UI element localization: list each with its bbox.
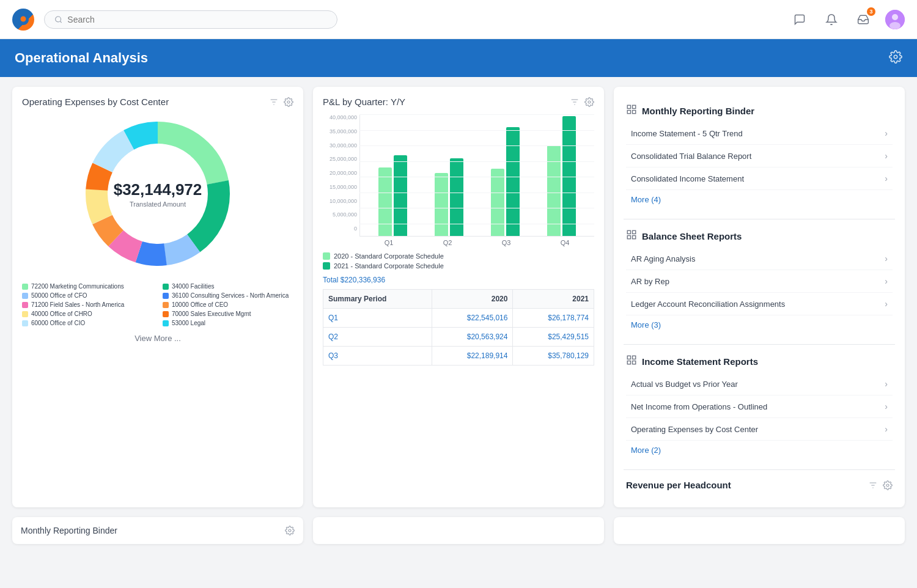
nav-icon-group: 3: [790, 10, 905, 29]
legend-item-3: 50000 Office of CFO: [22, 292, 153, 299]
legend-label-5: 71200 Field Sales - North America: [31, 301, 124, 308]
legend-label-8: 70000 Sales Executive Mgmt: [172, 311, 251, 317]
bar-group-q4: [547, 116, 576, 236]
svg-rect-33: [627, 356, 630, 359]
report-item-actual-budget[interactable]: Actual vs Budget vs Prior Year ›: [626, 373, 893, 395]
bar-q2-2021: [450, 158, 463, 236]
report-item-ledger[interactable]: Ledger Account Reconciliation Assignment…: [626, 293, 893, 315]
legend-color-1: [22, 284, 28, 290]
legend-label-3: 50000 Office of CFO: [31, 292, 87, 299]
bottom-monthly-card: Monthly Reporting Binder: [12, 517, 303, 544]
bar-card-actions[interactable]: [570, 97, 594, 107]
donut-card-actions[interactable]: [269, 97, 293, 107]
bottom-row: Monthly Reporting Binder: [0, 517, 917, 554]
report-item-text-ledger: Ledger Account Reconciliation Assignment…: [631, 300, 785, 309]
report-item-income-trend[interactable]: Income Statement - 5 Qtr Trend ›: [626, 122, 893, 145]
svg-rect-27: [633, 111, 636, 114]
legend-label-10: 53000 Legal: [172, 320, 205, 326]
legend-color-7: [22, 311, 28, 317]
bar-group-q1: [378, 155, 407, 236]
svg-rect-36: [627, 361, 630, 364]
bar-q3-2020: [491, 169, 504, 236]
bar-q3-2021: [506, 127, 520, 236]
inbox-icon-button[interactable]: 3: [853, 10, 873, 29]
report-item-text-ar-aging: AR Aging Analysis: [631, 254, 696, 263]
legend-color-4: [163, 293, 169, 299]
legend-label-1: 72200 Marketing Communications: [31, 283, 124, 290]
legend-2021-color: [323, 262, 330, 270]
svg-rect-35: [633, 361, 636, 364]
report-item-text-op-expenses: Operating Expenses by Cost Center: [631, 425, 758, 434]
table-cell-period-q1: Q1: [323, 309, 432, 328]
balance-sheet-more-link[interactable]: More (3): [626, 315, 893, 334]
monthly-section-header: Monthly Reporting Binder: [626, 104, 893, 117]
donut-legend: 72200 Marketing Communications 34000 Fac…: [22, 283, 293, 326]
revenue-headcount-actions[interactable]: [868, 480, 893, 490]
chevron-icon-6: ›: [885, 299, 888, 309]
report-item-text-trial-balance: Consolidated Trial Balance Report: [631, 152, 751, 161]
legend-color-9: [22, 320, 28, 326]
svg-point-41: [289, 529, 291, 532]
income-statement-section: Income Statement Reports Actual vs Budge…: [624, 347, 895, 467]
report-item-ar-rep[interactable]: AR by Rep ›: [626, 270, 893, 293]
table-header-2021: 2021: [513, 290, 594, 309]
bar-q1-2021: [394, 155, 407, 236]
legend-label-9: 60000 Office of CIO: [31, 320, 85, 326]
legend-color-8: [163, 311, 169, 317]
filter-icon: [269, 97, 279, 107]
monthly-section-title: Monthly Reporting Binder: [642, 106, 754, 116]
bar-q1-2020: [378, 167, 392, 236]
table-row: Q1 $22,545,016 $26,178,774: [323, 309, 594, 328]
report-item-trial-balance[interactable]: Consolidated Trial Balance Report ›: [626, 145, 893, 167]
view-more-button[interactable]: View More ...: [22, 334, 293, 343]
chat-icon-button[interactable]: [790, 10, 809, 29]
report-item-op-expenses[interactable]: Operating Expenses by Cost Center ›: [626, 418, 893, 441]
chevron-icon-7: ›: [885, 379, 888, 389]
svg-rect-28: [627, 111, 630, 114]
chevron-icon-3: ›: [885, 174, 888, 183]
summary-table: Summary Period 2020 2021 Q1 $22,545,016 …: [323, 289, 594, 366]
gear-icon-bottom[interactable]: [285, 526, 295, 535]
legend-item-9: 60000 Office of CIO: [22, 320, 153, 326]
x-axis: Q1Q2Q3Q4: [359, 239, 594, 246]
filter-icon-rh: [868, 480, 878, 490]
legend-item-2: 34000 Facilities: [163, 283, 293, 290]
report-item-net-income[interactable]: Net Income from Operations - Outlined ›: [626, 395, 893, 418]
bottom-middle-card: [313, 517, 604, 544]
total-value: $220,336,936: [341, 276, 385, 284]
income-statement-more-link[interactable]: More (2): [626, 441, 893, 460]
legend-2021-label: 2021 - Standard Corporate Schedule: [334, 262, 444, 270]
legend-color-5: [22, 302, 28, 308]
report-item-income-statement[interactable]: Consolidated Income Statement ›: [626, 167, 893, 190]
search-bar[interactable]: [44, 10, 337, 29]
filter-icon-bar: [570, 97, 580, 107]
svg-line-1: [60, 21, 61, 22]
table-header-period: Summary Period: [323, 290, 432, 309]
chart-legend: 2020 - Standard Corporate Schedule 2021 …: [323, 252, 594, 270]
svg-point-40: [886, 484, 889, 487]
balance-sheet-header: Balance Sheet Reports: [626, 229, 893, 243]
svg-rect-25: [627, 105, 630, 108]
svg-rect-30: [633, 230, 636, 233]
report-item-ar-aging[interactable]: AR Aging Analysis ›: [626, 248, 893, 270]
balance-sheet-title: Balance Sheet Reports: [642, 231, 742, 241]
chevron-icon-4: ›: [885, 254, 888, 263]
monthly-section-icon: [626, 104, 637, 117]
user-avatar[interactable]: [885, 10, 905, 29]
monthly-more-link[interactable]: More (4): [626, 190, 893, 209]
svg-rect-31: [633, 236, 636, 239]
chevron-icon-5: ›: [885, 276, 888, 286]
legend-item-8: 70000 Sales Executive Mgmt: [163, 311, 293, 317]
chevron-icon-1: ›: [885, 128, 888, 138]
donut-sublabel: Translated Amount: [114, 200, 202, 208]
donut-card-title: Operating Expenses by Cost Center: [22, 97, 169, 107]
header-settings-button[interactable]: [889, 50, 902, 66]
balance-sheet-section: Balance Sheet Reports AR Aging Analysis …: [624, 222, 895, 342]
donut-amount: $32,144,972: [114, 180, 202, 199]
chart-total: Total $220,336,936: [323, 276, 594, 284]
search-input[interactable]: [67, 15, 327, 24]
legend-item-7: 40000 Office of CHRO: [22, 311, 153, 317]
bell-icon-button[interactable]: [822, 10, 841, 29]
balance-sheet-icon: [626, 229, 637, 243]
bar-q4-2020: [547, 145, 561, 236]
